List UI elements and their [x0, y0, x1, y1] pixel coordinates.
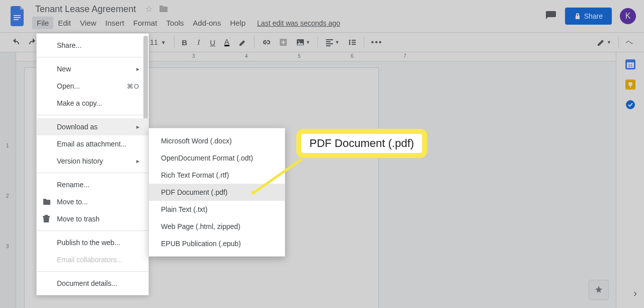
menu-help[interactable]: Help	[225, 17, 250, 29]
separator	[618, 37, 619, 48]
more-button[interactable]: •••	[368, 36, 386, 49]
account-avatar[interactable]: K	[620, 8, 636, 24]
download-submenu: Microsoft Word (.docx) OpenDocument Form…	[148, 128, 285, 257]
separator	[37, 230, 148, 231]
separator	[364, 37, 364, 48]
insert-comment-button[interactable]	[276, 36, 291, 49]
text-color-button[interactable]: A	[221, 36, 233, 49]
star-icon[interactable]: ☆	[145, 4, 153, 15]
hide-menus-button[interactable]: へ	[623, 36, 636, 49]
svg-text:31: 31	[627, 63, 632, 68]
undo-button[interactable]	[8, 36, 23, 49]
menu-insert[interactable]: Insert	[101, 17, 129, 29]
keep-icon[interactable]	[625, 80, 635, 90]
download-txt[interactable]: Plain Text (.txt)	[149, 201, 285, 218]
docs-logo[interactable]	[8, 6, 28, 26]
svg-rect-2	[14, 19, 19, 20]
menu-share[interactable]: Share...	[37, 37, 148, 54]
download-pdf[interactable]: PDF Document (.pdf)	[149, 184, 285, 201]
download-rtf[interactable]: Rich Text Format (.rtf)	[149, 167, 285, 184]
menu-publish[interactable]: Publish to the web...	[37, 234, 148, 251]
menu-download-as[interactable]: Download as▸	[37, 118, 148, 135]
menu-move-to-trash[interactable]: Move to trash	[37, 210, 148, 227]
title-bar: Tenant Lease Agreement ☆ File Edit View …	[0, 0, 644, 32]
menu-make-copy[interactable]: Make a copy...	[37, 95, 148, 112]
line-spacing-button[interactable]	[345, 36, 360, 49]
insert-link-button[interactable]	[259, 36, 274, 49]
menu-document-details[interactable]: Document details...	[37, 275, 148, 292]
svg-rect-11	[630, 86, 631, 88]
download-html[interactable]: Web Page (.html, zipped)	[149, 218, 285, 235]
side-panel: 31	[616, 52, 644, 308]
shortcut-label: ⌘O	[127, 83, 139, 90]
calendar-icon[interactable]: 31	[625, 59, 635, 69]
submenu-arrow-icon: ▸	[136, 158, 139, 165]
highlight-button[interactable]	[235, 36, 250, 49]
side-panel-toggle[interactable]: ›	[633, 287, 637, 299]
separator	[174, 37, 175, 48]
font-size-select[interactable]: 11▼	[146, 37, 170, 47]
share-button[interactable]: Share	[565, 8, 612, 25]
align-button[interactable]: ▼	[322, 36, 343, 49]
menu-tools[interactable]: Tools	[162, 17, 188, 29]
menu-version-history[interactable]: Version history▸	[37, 152, 148, 170]
bold-button[interactable]: B	[179, 36, 191, 49]
submenu-arrow-icon: ▸	[136, 123, 139, 130]
editing-mode-button[interactable]: ▼	[594, 36, 614, 49]
download-epub[interactable]: EPUB Publication (.epub)	[149, 235, 285, 252]
menu-move-to[interactable]: Move to...	[37, 193, 148, 210]
underline-button[interactable]: U	[207, 36, 219, 49]
document-title[interactable]: Tenant Lease Agreement	[32, 3, 139, 16]
file-menu: Share... New▸ Open...⌘O Make a copy... D…	[36, 33, 149, 295]
last-edit-link[interactable]: Last edit was seconds ago	[257, 19, 340, 27]
separator	[317, 37, 318, 48]
trash-icon	[43, 215, 50, 223]
svg-point-5	[298, 41, 299, 42]
folder-icon[interactable]	[159, 5, 168, 13]
vertical-ruler: 1 2 3	[0, 52, 16, 308]
tasks-icon[interactable]	[625, 100, 635, 110]
menu-email-attachment[interactable]: Email as attachment...	[37, 135, 148, 152]
download-docx[interactable]: Microsoft Word (.docx)	[149, 132, 285, 149]
svg-rect-1	[14, 17, 21, 18]
menu-addons[interactable]: Add-ons	[188, 17, 225, 29]
folder-icon	[43, 198, 51, 205]
download-odt[interactable]: OpenDocument Format (.odt)	[149, 149, 285, 167]
lock-icon	[574, 13, 581, 20]
svg-point-12	[626, 100, 635, 109]
separator	[254, 37, 255, 48]
submenu-arrow-icon: ▸	[136, 65, 139, 72]
menu-edit[interactable]: Edit	[53, 17, 75, 29]
explore-button[interactable]	[589, 280, 609, 300]
svg-rect-0	[14, 15, 21, 16]
callout-annotation: PDF Document (.pdf)	[296, 129, 427, 158]
menu-format[interactable]: Format	[129, 17, 162, 29]
callout-text: PDF Document (.pdf)	[296, 129, 427, 158]
separator	[37, 173, 148, 173]
menu-bar: File Edit View Insert Format Tools Add-o…	[32, 17, 545, 30]
menu-rename[interactable]: Rename...	[37, 176, 148, 193]
menu-new[interactable]: New▸	[37, 60, 148, 78]
svg-point-10	[628, 82, 632, 86]
comments-icon[interactable]	[545, 10, 557, 22]
insert-image-button[interactable]: ▼	[293, 36, 313, 49]
menu-file[interactable]: File	[32, 17, 53, 29]
separator	[37, 115, 148, 115]
share-label: Share	[584, 12, 603, 20]
separator	[37, 57, 148, 57]
italic-button[interactable]: I	[193, 36, 205, 49]
menu-email-collaborators: Email collaborators...	[37, 251, 148, 268]
menu-view[interactable]: View	[75, 17, 101, 29]
menu-open[interactable]: Open...⌘O	[37, 78, 148, 95]
separator	[37, 271, 148, 272]
